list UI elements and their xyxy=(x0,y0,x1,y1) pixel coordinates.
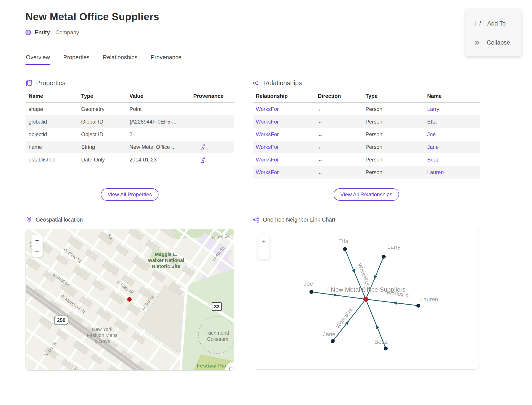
properties-icon xyxy=(26,80,33,87)
table-row: established Date Only 2014-01-23 xyxy=(26,153,234,166)
entity-badge-row: Entity: Company xyxy=(26,29,532,36)
node-etta[interactable] xyxy=(343,247,347,251)
prop-type: Geometry xyxy=(78,106,126,112)
entity-link[interactable]: Lauren xyxy=(427,169,444,175)
entity-type-value: Company xyxy=(55,29,79,36)
table-row: objectid Object ID 2 xyxy=(26,128,234,141)
prop-type: Global ID xyxy=(78,119,126,125)
prop-type: String xyxy=(78,144,126,150)
collapse-button[interactable]: Collapse xyxy=(474,36,521,49)
entity-type-dot-icon xyxy=(26,30,31,35)
linkchart-section-header: One-hop Neighbor Link Chart xyxy=(253,216,480,223)
relationships-table-header: Relationship Direction Type Name xyxy=(253,93,480,103)
prop-value: Point xyxy=(126,106,190,112)
prop-value: 2 xyxy=(126,131,190,137)
entity-link[interactable]: Larry xyxy=(427,106,439,112)
prop-value: {A228944F-0EF5-... xyxy=(126,119,190,125)
geospatial-section-title: Geospatial location xyxy=(36,216,83,223)
table-row: WorksFor ← Person Etta xyxy=(253,115,480,128)
svg-text:250: 250 xyxy=(57,317,65,323)
provenance-flag-icon[interactable] xyxy=(200,144,206,150)
node-jane[interactable] xyxy=(331,339,335,343)
tab-relationships[interactable]: Relationships xyxy=(102,54,138,65)
direction-arrow: ← xyxy=(315,119,362,125)
relationship-link[interactable]: WorksFor xyxy=(256,144,279,150)
relationship-link[interactable]: WorksFor xyxy=(256,119,279,125)
page-title: New Metal Office Suppliers xyxy=(26,11,532,23)
relationships-section-header: Relationships xyxy=(253,79,480,87)
rel-type: Person xyxy=(362,157,424,163)
svg-text:Lauren: Lauren xyxy=(420,296,438,303)
direction-arrow: ← xyxy=(315,157,362,163)
prop-type: Date Only xyxy=(78,157,126,163)
svg-text:Larry: Larry xyxy=(387,243,400,250)
double-chevron-right-icon xyxy=(474,39,481,46)
prop-type: Object ID xyxy=(78,131,126,137)
table-row: WorksFor ← Person Lauren xyxy=(253,166,480,179)
tab-overview[interactable]: Overview xyxy=(26,54,50,65)
svg-text:Beau: Beau xyxy=(374,338,388,345)
direction-arrow: ← xyxy=(315,106,362,112)
relationship-link[interactable]: WorksFor xyxy=(256,106,279,112)
node-lauren[interactable] xyxy=(416,304,420,308)
entity-link[interactable]: Jane xyxy=(427,144,439,150)
provenance-flag-icon[interactable] xyxy=(200,156,206,163)
direction-arrow: ← xyxy=(315,144,362,150)
col-relationship: Relationship xyxy=(253,93,315,99)
add-to-button[interactable]: Add To xyxy=(474,17,521,30)
entity-link[interactable]: Etta xyxy=(427,119,437,125)
col-name: Name xyxy=(424,93,480,99)
map-canvas: 250 33 ok Rd Sa W Clay St arshall St W M… xyxy=(26,229,234,371)
table-row: WorksFor ← Person Larry xyxy=(253,103,480,115)
svg-text:Festival Park: Festival Park xyxy=(197,363,230,369)
svg-text:Richmond: Richmond xyxy=(206,330,229,336)
tab-provenance[interactable]: Provenance xyxy=(150,54,182,65)
link-chart[interactable]: Etta Larry Joe Lauren Jane Beau New Meta… xyxy=(253,229,479,370)
node-center[interactable] xyxy=(363,297,368,302)
table-row: globalid Global ID {A228944F-0EF5-... xyxy=(26,115,234,128)
zoom-out-button[interactable]: − xyxy=(258,247,269,259)
svg-text:Walker National: Walker National xyxy=(148,257,184,263)
col-value: Value xyxy=(126,93,190,99)
prop-provenance xyxy=(190,156,234,163)
svg-text:Fashion Mens: Fashion Mens xyxy=(87,332,118,338)
node-larry[interactable] xyxy=(382,255,386,259)
rel-type: Person xyxy=(362,131,424,137)
zoom-out-button[interactable]: − xyxy=(32,246,43,256)
prop-value: 2014-01-23 xyxy=(126,157,190,163)
node-joe[interactable] xyxy=(309,290,313,294)
col-provenance: Provenance xyxy=(190,93,234,99)
table-row: shape Geometry Point xyxy=(26,103,234,115)
svg-text:& Boys: & Boys xyxy=(94,338,110,344)
map[interactable]: 250 33 ok Rd Sa W Clay St arshall St W M… xyxy=(26,229,234,371)
prop-provenance xyxy=(190,144,234,150)
entity-link[interactable]: Joe xyxy=(427,131,436,137)
prop-value: New Metal Office ... xyxy=(126,144,190,150)
prop-name: name xyxy=(26,144,78,150)
actions-menu: Add To Collapse xyxy=(466,9,521,56)
link-chart-icon xyxy=(253,216,259,223)
entity-detail-page: New Metal Office Suppliers Entity: Compa… xyxy=(0,0,532,405)
relationships-table: Relationship Direction Type Name WorksFo… xyxy=(253,93,480,184)
relationship-link[interactable]: WorksFor xyxy=(256,157,279,162)
zoom-in-button[interactable]: + xyxy=(32,235,43,246)
table-row: name String New Metal Office ... xyxy=(26,141,234,153)
tab-properties[interactable]: Properties xyxy=(63,54,90,65)
entity-label: Entity: xyxy=(35,29,52,36)
relationships-icon xyxy=(253,80,260,87)
relationship-link[interactable]: WorksFor xyxy=(256,169,279,175)
entity-link[interactable]: Beau xyxy=(427,157,439,162)
tab-bar: Overview Properties Relationships Proven… xyxy=(26,54,532,65)
zoom-in-button[interactable]: + xyxy=(258,236,269,247)
route-shield-33: 33 xyxy=(212,303,221,310)
map-marker[interactable] xyxy=(127,297,132,302)
node-beau[interactable] xyxy=(384,346,388,351)
view-all-properties-button[interactable]: View All Properties xyxy=(101,188,159,201)
col-type: Type xyxy=(362,93,424,99)
graph-edge-labels: WorksFor WorksFor WorksFor xyxy=(334,262,411,329)
prop-name: established xyxy=(26,157,78,163)
relationship-link[interactable]: WorksFor xyxy=(256,131,279,137)
prop-name: objectid xyxy=(26,131,78,137)
view-all-relationships-button[interactable]: View All Relationships xyxy=(334,188,399,201)
table-row: WorksFor ← Person Beau xyxy=(253,153,480,166)
